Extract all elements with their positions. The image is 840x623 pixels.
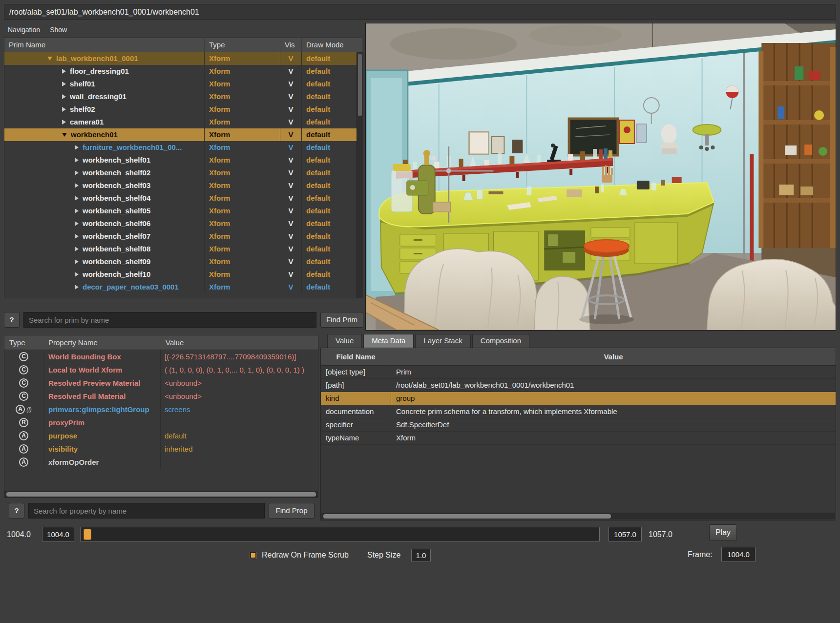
vis-toggle[interactable]: V [280, 141, 302, 154]
vis-toggle[interactable]: V [280, 90, 302, 103]
draw-mode-cell[interactable]: default [302, 166, 357, 179]
property-row-lightgroup[interactable]: A(i) primvars:glimpse:lightGroup screens [4, 403, 318, 416]
collapse-arrow-icon[interactable] [47, 57, 52, 61]
range-end-field[interactable] [609, 527, 642, 542]
expand-arrow-icon[interactable] [75, 158, 79, 163]
viewport-3d[interactable] [365, 23, 836, 331]
prim-row-workbench_shelf06[interactable]: workbench_shelf06 Xform V default [4, 217, 357, 230]
draw-mode-cell[interactable]: default [302, 52, 357, 65]
vis-toggle[interactable]: V [280, 128, 302, 141]
range-start-field[interactable] [42, 527, 74, 542]
metadata-hscrollbar[interactable] [321, 513, 835, 519]
expand-arrow-icon[interactable] [62, 120, 66, 125]
vis-toggle[interactable]: V [280, 217, 302, 230]
draw-mode-cell[interactable]: default [302, 243, 357, 255]
prim-row-workbench_shelf02[interactable]: workbench_shelf02 Xform V default [4, 166, 357, 179]
tree-scrollbar[interactable] [357, 52, 363, 298]
prim-row-workbench_shelf10[interactable]: workbench_shelf10 Xform V default [4, 268, 357, 281]
prim-row-lab_workbench01_0001[interactable]: lab_workbench01_0001 Xform V default [4, 52, 357, 65]
step-size-field[interactable] [411, 549, 431, 562]
draw-mode-cell[interactable]: default [302, 128, 357, 141]
metadata-row-object-type[interactable]: [object type] Prim [321, 366, 836, 379]
draw-mode-cell[interactable]: default [302, 103, 357, 116]
property-row-visibility[interactable]: A visibility inherited [4, 442, 318, 456]
redraw-checkbox[interactable] [250, 552, 257, 559]
menu-navigation[interactable]: Navigation [8, 26, 40, 34]
tab-layer-stack[interactable]: Layer Stack [415, 334, 470, 348]
vis-toggle[interactable]: V [280, 116, 302, 128]
vis-toggle[interactable]: V [280, 192, 302, 205]
col-field-name[interactable]: Field Name [321, 348, 391, 365]
prim-row-workbench_shelf07[interactable]: workbench_shelf07 Xform V default [4, 230, 357, 243]
property-hscrollbar[interactable] [4, 491, 318, 498]
col-field-value[interactable]: Value [391, 348, 836, 365]
expand-arrow-icon[interactable] [75, 221, 79, 226]
metadata-row-documentation[interactable]: documentation Concrete prim schema for a… [321, 405, 836, 418]
property-hscrollbar-thumb[interactable] [6, 492, 316, 497]
prim-row-workbench_shelf09[interactable]: workbench_shelf09 Xform V default [4, 255, 357, 268]
expand-arrow-icon[interactable] [75, 259, 79, 264]
draw-mode-cell[interactable]: default [302, 230, 357, 243]
col-type[interactable]: Type [205, 38, 280, 52]
prim-row-wall_dressing01[interactable]: wall_dressing01 Xform V default [4, 90, 357, 103]
vis-toggle[interactable]: V [280, 154, 302, 166]
metadata-hscrollbar-thumb[interactable] [323, 514, 611, 519]
vis-toggle[interactable]: V [280, 78, 302, 90]
vis-toggle[interactable]: V [280, 230, 302, 243]
property-search-input[interactable] [28, 503, 265, 519]
expand-arrow-icon[interactable] [62, 107, 66, 112]
expand-arrow-icon[interactable] [75, 285, 79, 290]
property-row-world-bounding-box[interactable]: C World Bounding Box [(-226.5713148797..… [4, 350, 318, 363]
metadata-row-specifier[interactable]: specifier Sdf.SpecifierDef [321, 418, 836, 432]
prim-row-workbench01-selected[interactable]: workbench01 Xform V default [4, 128, 357, 141]
expand-arrow-icon[interactable] [75, 145, 79, 150]
draw-mode-cell[interactable]: default [302, 255, 357, 268]
metadata-row-kind-selected[interactable]: kind group [321, 392, 836, 405]
property-row-purpose[interactable]: A purpose default [4, 429, 318, 442]
tab-meta-data[interactable]: Meta Data [363, 334, 414, 348]
frame-field[interactable] [721, 547, 756, 562]
play-button[interactable]: Play [709, 524, 737, 541]
property-row-proxyprim[interactable]: R proxyPrim [4, 416, 318, 429]
tab-composition[interactable]: Composition [472, 334, 529, 348]
draw-mode-cell[interactable]: default [302, 179, 357, 192]
expand-arrow-icon[interactable] [62, 94, 66, 99]
col-prim-name[interactable]: Prim Name [4, 38, 205, 52]
prim-row-shelf01[interactable]: shelf01 Xform V default [4, 78, 357, 90]
find-prop-button[interactable]: Find Prop [269, 503, 315, 519]
vis-toggle[interactable]: V [280, 268, 302, 281]
prim-row-workbench_shelf05[interactable]: workbench_shelf05 Xform V default [4, 205, 357, 217]
prim-row-workbench_shelf03[interactable]: workbench_shelf03 Xform V default [4, 179, 357, 192]
draw-mode-cell[interactable]: default [302, 65, 357, 78]
expand-arrow-icon[interactable] [75, 247, 79, 251]
draw-mode-cell[interactable]: default [302, 217, 357, 230]
prim-row-workbench_shelf01[interactable]: workbench_shelf01 Xform V default [4, 154, 357, 166]
draw-mode-cell[interactable]: default [302, 116, 357, 128]
col-prop-value[interactable]: Value [161, 335, 318, 350]
draw-mode-cell[interactable]: default [302, 78, 357, 90]
vis-toggle[interactable]: V [280, 281, 302, 293]
expand-arrow-icon[interactable] [75, 234, 79, 239]
col-draw-mode[interactable]: Draw Mode [302, 38, 363, 52]
draw-mode-cell[interactable]: default [302, 154, 357, 166]
vis-toggle[interactable]: V [280, 103, 302, 116]
vis-toggle[interactable]: V [280, 52, 302, 65]
col-prop-name[interactable]: Property Name [43, 335, 161, 350]
col-prop-type[interactable]: Type [4, 335, 43, 350]
prim-row-floor_dressing01[interactable]: floor_dressing01 Xform V default [4, 65, 357, 78]
expand-arrow-icon[interactable] [75, 272, 79, 277]
expand-arrow-icon[interactable] [62, 69, 66, 74]
vis-toggle[interactable]: V [280, 166, 302, 179]
expand-arrow-icon[interactable] [75, 208, 79, 213]
draw-mode-cell[interactable]: default [302, 192, 357, 205]
property-row-resolved-full-material[interactable]: C Resolved Full Material <unbound> [4, 390, 318, 403]
timeline-slider[interactable] [80, 527, 600, 542]
expand-arrow-icon[interactable] [75, 196, 79, 201]
property-row-local-to-world-xform[interactable]: C Local to World Xform ( (1, 0, 0, 0), (… [4, 363, 318, 376]
property-help-button[interactable]: ? [9, 503, 24, 519]
col-vis[interactable]: Vis [280, 38, 302, 52]
draw-mode-cell[interactable]: default [302, 90, 357, 103]
expand-arrow-icon[interactable] [75, 170, 79, 175]
vis-toggle[interactable]: V [280, 179, 302, 192]
vis-toggle[interactable]: V [280, 205, 302, 217]
